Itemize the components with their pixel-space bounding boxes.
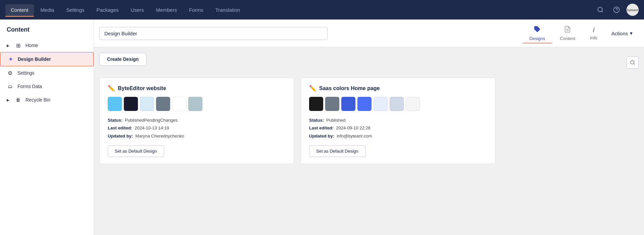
sidebar: Content ▶ ⊞ Home ✦ Design Builder ⚙ Sett… xyxy=(0,19,94,235)
sidebar-item-forms-data[interactable]: 🗂 Forms Data xyxy=(0,80,94,93)
design-builder-icon: ✦ xyxy=(7,56,14,63)
help-icon xyxy=(613,6,620,13)
nav-users[interactable]: Users xyxy=(125,4,149,15)
nav-media[interactable]: Media xyxy=(35,4,60,15)
svg-text:byteant: byteant xyxy=(627,8,638,12)
design-card-title-0: ✏️ ByteEditor website xyxy=(108,85,286,92)
content-area: Designs Content i xyxy=(94,19,644,235)
pencil-icon-1: ✏️ xyxy=(309,85,316,92)
design-card-1: ✏️ Saas colors Home page S xyxy=(301,78,495,164)
design-card-0: ✏️ ByteEditor website Status: xyxy=(99,78,294,164)
content-body: Create Design ✏️ ByteEditor website xyxy=(94,47,644,169)
svg-point-9 xyxy=(631,61,634,64)
sidebar-item-recycle-bin[interactable]: ▶ 🗑 Recycle Bin xyxy=(0,93,94,107)
sidebar-item-design-builder[interactable]: ✦ Design Builder xyxy=(0,52,94,66)
nav-items: Content Media Settings Packages Users Me… xyxy=(5,4,594,15)
last-edited-row-0: Last edited: 2024-10-13 14:19 xyxy=(108,124,286,132)
swatch-0-5 xyxy=(188,97,202,111)
forms-data-icon: 🗂 xyxy=(7,83,13,90)
content-tab-icon xyxy=(564,26,571,35)
design-meta-0: Status: PublishedPendingChanges Last edi… xyxy=(108,116,286,140)
nav-right: byteant xyxy=(594,4,639,16)
nav-forms[interactable]: Forms xyxy=(184,4,209,15)
color-swatches-1 xyxy=(309,97,487,111)
avatar-image: byteant xyxy=(627,4,639,16)
sidebar-item-settings[interactable]: ⚙ Settings xyxy=(0,66,94,80)
sidebar-title: Content xyxy=(0,26,94,39)
toolbar-row: Create Design xyxy=(99,53,639,72)
svg-line-1 xyxy=(602,11,603,12)
svg-line-10 xyxy=(634,64,635,65)
swatch-0-1 xyxy=(124,97,138,111)
nav-content[interactable]: Content xyxy=(5,4,34,15)
swatch-0-4 xyxy=(172,97,186,111)
tab-designs[interactable]: Designs xyxy=(523,24,552,43)
design-card-title-1: ✏️ Saas colors Home page xyxy=(309,85,487,92)
swatch-1-3 xyxy=(357,97,371,111)
design-meta-1: Status: Published Last edited: 2024-09-1… xyxy=(309,116,487,140)
pencil-icon-0: ✏️ xyxy=(108,85,115,92)
info-tab-icon: i xyxy=(593,26,595,34)
expand-arrow-recycle: ▶ xyxy=(7,98,9,102)
designs-search-icon xyxy=(630,60,635,65)
set-default-button-1[interactable]: Set as Default Design xyxy=(309,145,365,157)
nav-settings[interactable]: Settings xyxy=(61,4,90,15)
swatch-1-1 xyxy=(325,97,339,111)
swatch-0-2 xyxy=(140,97,154,111)
page-title-input[interactable] xyxy=(99,27,328,40)
nav-translation[interactable]: Translation xyxy=(210,4,246,15)
swatch-1-5 xyxy=(390,97,404,111)
create-design-button[interactable]: Create Design xyxy=(99,53,146,66)
updated-by-row-1: Updated by: info@byteant.com xyxy=(309,132,487,140)
designs-tab-icon xyxy=(534,26,541,35)
tab-info[interactable]: i Info xyxy=(583,24,604,42)
status-row-0: Status: PublishedPendingChanges xyxy=(108,116,286,124)
expand-arrow-home: ▶ xyxy=(7,44,9,47)
updated-by-row-0: Updated by: Maryna Cherednychenko xyxy=(108,132,286,140)
top-nav: Content Media Settings Packages Users Me… xyxy=(0,0,644,19)
avatar[interactable]: byteant xyxy=(627,4,639,16)
actions-button[interactable]: Actions ▾ xyxy=(605,28,639,39)
sidebar-item-home[interactable]: ▶ ⊞ Home xyxy=(0,39,94,52)
actions-dropdown-icon: ▾ xyxy=(630,30,633,36)
nav-members[interactable]: Members xyxy=(151,4,183,15)
content-header: Designs Content i xyxy=(94,19,644,47)
swatch-0-3 xyxy=(156,97,170,111)
recycle-bin-icon: 🗑 xyxy=(15,96,21,103)
nav-packages[interactable]: Packages xyxy=(91,4,124,15)
home-icon: ⊞ xyxy=(15,42,21,49)
settings-icon: ⚙ xyxy=(7,70,13,76)
header-tabs: Designs Content i xyxy=(523,24,639,43)
svg-point-0 xyxy=(598,7,602,12)
help-button[interactable] xyxy=(610,4,623,16)
tab-content[interactable]: Content xyxy=(553,24,582,43)
main-layout: Content ▶ ⊞ Home ✦ Design Builder ⚙ Sett… xyxy=(0,19,644,235)
swatch-1-2 xyxy=(341,97,355,111)
last-edited-row-1: Last edited: 2024-09-10 22:28 xyxy=(309,124,487,132)
status-row-1: Status: Published xyxy=(309,116,487,124)
set-default-button-0[interactable]: Set as Default Design xyxy=(108,145,164,157)
designs-row: ✏️ ByteEditor website Status: xyxy=(99,78,639,164)
color-swatches-0 xyxy=(108,97,286,111)
search-icon xyxy=(597,6,604,13)
swatch-1-0 xyxy=(309,97,323,111)
search-button[interactable] xyxy=(594,4,606,16)
swatch-1-6 xyxy=(406,97,420,111)
swatch-1-4 xyxy=(374,97,388,111)
designs-search-button[interactable] xyxy=(627,56,639,69)
swatch-0-0 xyxy=(108,97,122,111)
